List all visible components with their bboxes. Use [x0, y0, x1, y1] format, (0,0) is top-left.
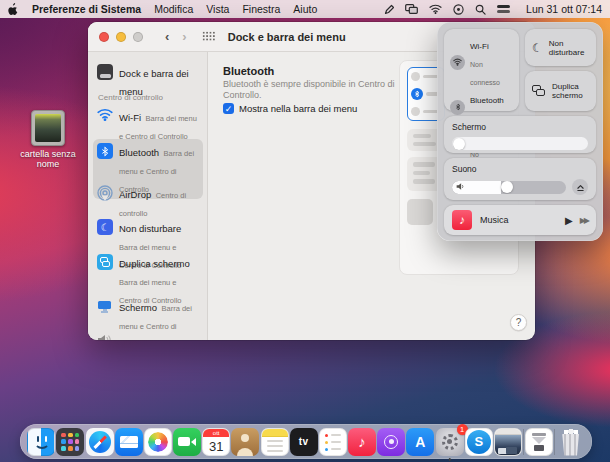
speaker-icon [97, 334, 113, 340]
sidebar-item-suono[interactable]: Suono [93, 330, 203, 340]
bluetooth-icon [450, 100, 465, 115]
airdrop-icon [97, 185, 113, 201]
app-store-dock-icon[interactable]: A [406, 428, 434, 456]
sidebar-section-header: Centro di controllo [98, 93, 163, 102]
dock: ott31 tv ♪ A 1 S [20, 424, 592, 459]
show-all-grid-icon[interactable] [202, 31, 215, 42]
photos-dock-icon[interactable] [144, 428, 172, 456]
back-button[interactable]: ‹ [165, 30, 169, 43]
play-icon[interactable]: ▶ [565, 215, 573, 226]
cc-wifi-toggle[interactable]: Wi-FiNon connesso [450, 35, 513, 89]
wifi-icon[interactable] [429, 4, 442, 14]
active-app-menu[interactable]: Preferenze di Sistema [32, 3, 141, 15]
display-brightness-card: Schermo ☀ [444, 116, 596, 153]
dock-divider [523, 429, 524, 455]
dock-icon [97, 64, 113, 80]
screen-mirroring-icon [97, 254, 113, 270]
forward-button[interactable]: › [182, 30, 186, 43]
close-button[interactable] [99, 32, 109, 42]
moon-icon: ☾ [532, 41, 543, 55]
control-center-icon[interactable] [497, 5, 510, 14]
system-preferences-dock-icon[interactable]: 1 [436, 428, 464, 456]
skype-dock-icon[interactable]: S [465, 428, 493, 456]
menu-finestra[interactable]: Finestra [242, 3, 280, 15]
music-card[interactable]: ♪ Musica ▶ ▶▶ [444, 205, 596, 235]
control-center-panel: Wi-FiNon connesso BluetoothNo AirDropNo … [437, 22, 603, 241]
content-description: Bluetooth è sempre disponibile in Centro… [223, 79, 398, 100]
calendar-dock-icon[interactable]: ott31 [202, 428, 230, 456]
connectivity-card: Wi-FiNon connesso BluetoothNo AirDropNo [444, 29, 519, 111]
show-in-menubar-checkbox[interactable]: ✓ [223, 103, 234, 114]
reminders-dock-icon[interactable] [319, 428, 347, 456]
checkbox-label[interactable]: Mostra nella barra dei menu [239, 103, 357, 114]
window-title: Dock e barra dei menu [228, 31, 346, 43]
volume-slider[interactable] [452, 181, 566, 194]
menu-modifica[interactable]: Modifica [154, 3, 193, 15]
podcasts-dock-icon[interactable] [377, 428, 405, 456]
sound-slider-label: Suono [452, 164, 588, 174]
search-icon[interactable] [475, 4, 486, 15]
sound-output-icon[interactable] [572, 179, 588, 195]
desktop-folder[interactable]: cartella senza nome [12, 110, 84, 169]
sidebar: Dock e barra dei menu Centro di controll… [88, 52, 208, 340]
menu-aiuto[interactable]: Aiuto [293, 3, 317, 15]
screen-mirroring-card[interactable]: Duplica schermo [525, 71, 596, 111]
music-label: Musica [480, 215, 557, 225]
launchpad-dock-icon[interactable] [56, 428, 84, 456]
volume-slider-thumb[interactable] [501, 181, 513, 193]
moon-icon: ☾ [97, 219, 113, 235]
apple-tv-dock-icon[interactable]: tv [290, 428, 318, 456]
menu-vista[interactable]: Vista [206, 3, 229, 15]
music-app-icon: ♪ [452, 210, 472, 230]
fast-forward-icon[interactable]: ▶▶ [580, 216, 588, 225]
finder-dock-icon[interactable] [27, 428, 55, 456]
running-indicator [448, 458, 451, 461]
wifi-icon [450, 55, 465, 70]
folder-label: cartella senza nome [12, 149, 84, 169]
mail-dock-icon[interactable] [115, 428, 143, 456]
help-button[interactable]: ? [510, 314, 527, 331]
speaker-icon [456, 182, 465, 191]
facetime-dock-icon[interactable] [173, 428, 201, 456]
sound-card: Suono [444, 158, 596, 200]
brightness-slider[interactable]: ☀ [452, 137, 588, 150]
archive-utility-dock-icon[interactable] [525, 428, 553, 456]
safari-dock-icon[interactable] [86, 428, 114, 456]
screen-mirroring-icon [532, 85, 546, 97]
dock-divider [554, 429, 555, 455]
bluetooth-icon [97, 143, 113, 159]
music-dock-icon[interactable]: ♪ [348, 428, 376, 456]
desktop: { "colors": { "accent_blue": "#1a6ce8", … [0, 0, 610, 462]
pencil-icon[interactable] [384, 4, 394, 15]
folder-thumbnail-icon [31, 110, 65, 146]
window-controls [99, 32, 143, 42]
notes-dock-icon[interactable] [261, 428, 289, 456]
preview-placeholder-square [407, 199, 433, 225]
minimize-button[interactable] [116, 32, 126, 42]
menu-bar: Preferenze di Sistema Modifica Vista Fin… [0, 0, 610, 18]
display-icon [97, 298, 113, 314]
bluetooth-icon [411, 88, 423, 100]
menu-clock[interactable]: Lun 31 ott 07:14 [526, 3, 602, 15]
brightness-slider-thumb[interactable] [453, 138, 465, 150]
contacts-dock-icon[interactable] [231, 428, 259, 456]
menu-status-icons [384, 4, 510, 15]
wifi-icon [97, 108, 113, 124]
content-heading: Bluetooth [223, 65, 274, 77]
screen-mirroring-icon[interactable] [405, 4, 418, 14]
display-slider-label: Schermo [452, 122, 588, 132]
do-not-disturb-card[interactable]: ☾ Non disturbare [525, 29, 596, 66]
apple-menu-icon[interactable] [8, 3, 19, 16]
trash-dock-icon[interactable] [557, 428, 585, 456]
user-status-icon[interactable] [453, 4, 464, 15]
minimized-window-thumbnail[interactable] [494, 428, 522, 456]
zoom-button[interactable] [133, 32, 143, 42]
